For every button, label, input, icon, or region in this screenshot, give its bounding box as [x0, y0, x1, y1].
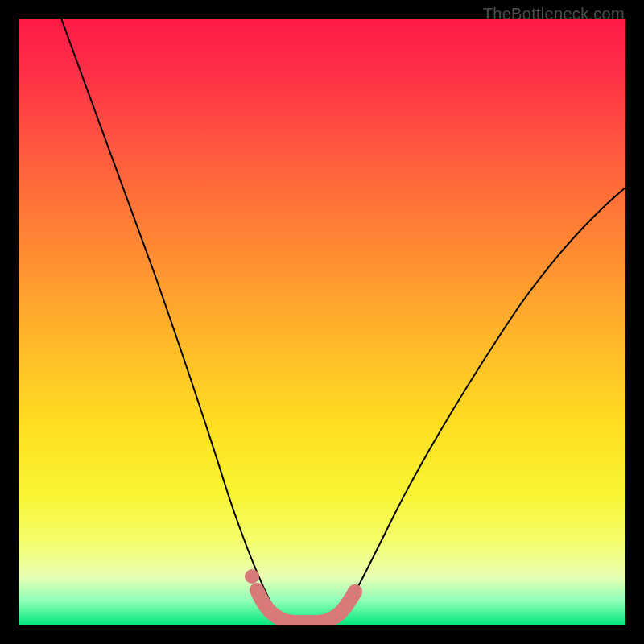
- left-curve: [61, 19, 625, 624]
- chart-svg: [19, 19, 625, 625]
- highlight-dot-right-mid: [339, 599, 353, 613]
- highlight-dot-left-lower: [252, 588, 266, 602]
- chart-area: [19, 19, 625, 625]
- highlight-dot-right-upper: [348, 584, 362, 599]
- highlight-dot-left-upper: [245, 569, 259, 584]
- watermark-text: TheBottleneck.com: [483, 5, 625, 23]
